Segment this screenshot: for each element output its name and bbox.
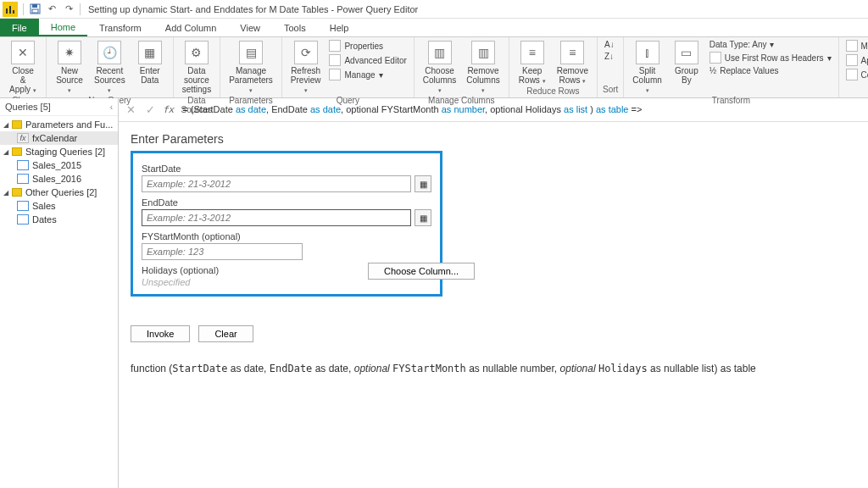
enddate-calendar-icon[interactable]: ▦ — [415, 209, 431, 226]
folder-icon — [12, 147, 22, 156]
folder-icon — [12, 120, 22, 129]
svg-rect-2 — [13, 10, 14, 14]
app-icon — [3, 2, 18, 17]
tab-view[interactable]: View — [228, 19, 272, 36]
tab-addcolumn[interactable]: Add Column — [153, 19, 229, 36]
close-apply-icon: ✕ — [11, 41, 35, 64]
manage-parameters-button[interactable]: ▤Manage Parameters ▾ — [225, 39, 276, 96]
fx-icon[interactable]: fx — [163, 104, 174, 115]
manage-icon — [329, 69, 341, 80]
redo-icon[interactable]: ↷ — [61, 2, 76, 17]
collapse-icon: ‹ — [110, 103, 113, 112]
sort-desc-button[interactable]: Z↓ — [603, 51, 616, 62]
tab-home[interactable]: Home — [39, 19, 87, 36]
invoke-button[interactable]: Invoke — [131, 325, 190, 342]
merge-queries-button[interactable]: Merge Queries ▾ — [844, 39, 868, 53]
tab-file[interactable]: File — [0, 19, 39, 36]
ribbon-tabs: File Home Transform Add Column View Tool… — [0, 19, 868, 37]
undo-icon[interactable]: ↶ — [44, 2, 59, 17]
advanced-editor-icon — [329, 54, 341, 66]
query-item[interactable]: Sales_2016 — [0, 172, 118, 186]
append-queries-button[interactable]: Append Queries ▾ — [844, 53, 868, 67]
new-source-icon: ✷ — [58, 41, 81, 64]
query-group-label: Staging Queries [2] — [25, 147, 105, 157]
folder-icon — [12, 188, 22, 197]
svg-rect-1 — [9, 6, 11, 14]
new-source-button[interactable]: ✷New Source ▾ — [52, 39, 87, 96]
fystart-label: FYStartMonth (optional) — [142, 231, 431, 241]
formula-cancel-icon[interactable]: ✕ — [124, 103, 138, 116]
recent-sources-icon: 🕘 — [97, 41, 121, 64]
sort-desc-icon: Z↓ — [604, 52, 614, 61]
choose-columns-button[interactable]: ▥Choose Columns ▾ — [420, 39, 459, 96]
formula-accept-icon[interactable]: ✓ — [143, 103, 158, 116]
enddate-input[interactable] — [142, 209, 411, 226]
remove-rows-button[interactable]: ≡Remove Rows ▾ — [554, 39, 592, 86]
startdate-calendar-icon[interactable]: ▦ — [415, 175, 431, 192]
query-item[interactable]: Sales_2015 — [0, 158, 118, 172]
table-icon — [17, 174, 29, 184]
properties-button[interactable]: Properties — [327, 39, 408, 53]
query-item-label: Dates — [32, 214, 57, 225]
query-group-label: Other Queries [2] — [25, 187, 97, 197]
close-apply-button[interactable]: ✕ Close & Apply ▾ — [5, 39, 41, 96]
function-icon: fx — [17, 133, 29, 143]
svg-rect-0 — [6, 8, 8, 14]
expand-icon: ◢ — [3, 121, 12, 129]
refresh-icon: ⟳ — [294, 41, 318, 64]
query-item[interactable]: fxfxCalendar — [0, 131, 118, 145]
refresh-preview-button[interactable]: ⟳Refresh Preview ▾ — [287, 39, 325, 96]
query-item-label: Sales — [32, 201, 56, 211]
choose-columns-icon: ▥ — [428, 41, 452, 64]
content-area: ✕ ✓ fx = (StartDate as date, EndDate as … — [119, 98, 868, 488]
enddate-label: EndDate — [142, 197, 431, 208]
window-title: Setting up dynamic Start- and Enddates f… — [88, 4, 418, 14]
tab-transform[interactable]: Transform — [87, 19, 153, 36]
main-area: Queries [5] ‹ ◢Parameters and Fu...fxfxC… — [0, 98, 868, 488]
manage-query-button[interactable]: Manage ▾ — [327, 68, 408, 81]
remove-columns-button[interactable]: ▥Remove Columns ▾ — [463, 39, 503, 96]
data-type-button[interactable]: Data Type: Any ▾ — [708, 39, 833, 50]
query-item[interactable]: Dates — [0, 213, 118, 226]
query-group[interactable]: ◢Staging Queries [2] — [0, 145, 118, 158]
query-group[interactable]: ◢Other Queries [2] — [0, 186, 118, 199]
ribbon: ✕ Close & Apply ▾ Close ✷New Source ▾ 🕘R… — [0, 37, 868, 98]
append-icon — [846, 54, 858, 66]
enter-data-icon: ▦ — [138, 41, 162, 64]
enter-data-button[interactable]: ▦Enter Data — [132, 39, 168, 86]
remove-rows-icon: ≡ — [560, 41, 584, 64]
title-bar: ↶ ↷ Setting up dynamic Start- and Enddat… — [0, 0, 868, 19]
query-group[interactable]: ◢Parameters and Fu... — [0, 118, 118, 131]
group-by-button[interactable]: ▭Group By — [669, 39, 704, 86]
startdate-label: StartDate — [142, 164, 431, 174]
fystart-input[interactable] — [142, 243, 303, 260]
datasource-settings-button[interactable]: ⚙Data source settings — [179, 39, 214, 96]
enter-parameters-heading: Enter Parameters — [131, 132, 856, 146]
svg-rect-5 — [32, 9, 38, 13]
first-row-headers-button[interactable]: Use First Row as Headers ▾ — [708, 51, 833, 64]
advanced-editor-button[interactable]: Advanced Editor — [327, 53, 408, 67]
startdate-input[interactable] — [142, 175, 411, 192]
expand-icon: ◢ — [3, 148, 12, 156]
query-item-label: Sales_2015 — [32, 160, 81, 170]
recent-sources-button[interactable]: 🕘Recent Sources ▾ — [91, 39, 129, 96]
query-item[interactable]: Sales — [0, 199, 118, 213]
table-icon — [17, 214, 29, 225]
split-column-button[interactable]: ⫿Split Column ▾ — [629, 39, 665, 96]
queries-header[interactable]: Queries [5] ‹ — [0, 98, 118, 116]
tab-tools[interactable]: Tools — [272, 19, 318, 36]
replace-values-button[interactable]: ½ Replace Values — [708, 65, 833, 76]
combine-files-button[interactable]: Combine Files — [844, 68, 868, 81]
keep-rows-button[interactable]: ≡Keep Rows ▾ — [515, 39, 550, 86]
clear-button[interactable]: Clear — [198, 325, 253, 342]
first-row-icon — [709, 52, 721, 64]
choose-column-button[interactable]: Choose Column... — [368, 263, 475, 280]
query-item-label: Sales_2016 — [32, 174, 81, 184]
expand-icon: ◢ — [3, 189, 12, 197]
queries-panel: Queries [5] ‹ ◢Parameters and Fu...fxfxC… — [0, 98, 119, 488]
query-group-label: Parameters and Fu... — [25, 119, 113, 130]
sort-asc-button[interactable]: A↓ — [603, 39, 616, 50]
formula-text[interactable]: = (StartDate as date, EndDate as date, o… — [179, 104, 863, 115]
tab-help[interactable]: Help — [318, 19, 361, 36]
save-icon[interactable] — [27, 2, 42, 17]
